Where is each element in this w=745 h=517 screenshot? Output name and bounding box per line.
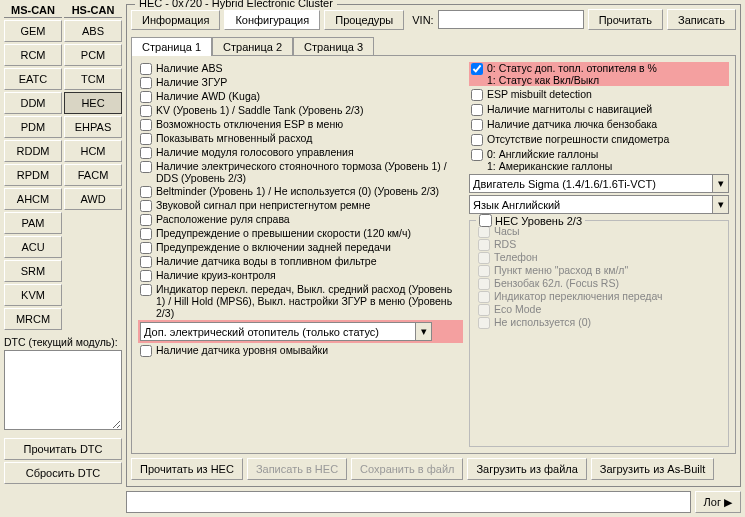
chevron-down-icon: ▾ (712, 175, 728, 192)
module-ahcm[interactable]: AHCM (4, 188, 62, 210)
grp-check-rds[interactable]: RDS (476, 238, 722, 251)
grp-check-eco[interactable]: Eco Mode (476, 303, 722, 316)
module-hec[interactable]: HEC (64, 92, 122, 114)
dtc-textarea[interactable] (4, 350, 122, 430)
tab-procedures[interactable]: Процедуры (324, 10, 404, 30)
check-belt-chime[interactable]: Звуковой сигнал при непристегнутом ремне (138, 199, 463, 212)
vin-input[interactable] (438, 10, 584, 29)
check-overspeed[interactable]: Предупреждение о превышении скорости (12… (138, 227, 463, 240)
subtab-page3[interactable]: Страница 3 (293, 37, 374, 56)
check-esp-misbuilt[interactable]: ESP misbuilt detection (469, 88, 729, 101)
module-abs[interactable]: ABS (64, 20, 122, 42)
module-ehpas[interactable]: EHPAS (64, 116, 122, 138)
check-cruise[interactable]: Наличие круиз-контроля (138, 269, 463, 282)
write-button[interactable]: Записать (667, 9, 736, 30)
module-kvm[interactable]: KVM (4, 284, 62, 306)
hs-can-column: HS-CAN ABS PCM TCM HEC EHPAS HCM FACM AW… (64, 4, 122, 330)
module-rpdm[interactable]: RPDM (4, 164, 62, 186)
check-kv-saddle[interactable]: KV (Уровень 1) / Saddle Tank (Уровень 2/… (138, 104, 463, 117)
check-reverse-warn[interactable]: Предупреждение о включении задней переда… (138, 241, 463, 254)
module-rddm[interactable]: RDDM (4, 140, 62, 162)
module-pam[interactable]: PAM (4, 212, 62, 234)
module-frame: HEC - 0x720 - Hybrid Electronic Cluster … (126, 4, 741, 487)
load-asbuilt-button[interactable]: Загрузить из As-Built (591, 458, 714, 480)
check-water-in-fuel[interactable]: Наличие датчика воды в топливном фильтре (138, 255, 463, 268)
module-pdm[interactable]: PDM (4, 116, 62, 138)
grp-check-kml[interactable]: Пункт меню "расход в км/л" (476, 264, 722, 277)
check-zgur[interactable]: Наличие ЗГУР (138, 76, 463, 89)
language-combo-value: Язык Английский (473, 199, 560, 211)
check-beltminder[interactable]: Beltminder (Уровень 1) / Не используется… (138, 185, 463, 198)
subtab-page1[interactable]: Страница 1 (131, 37, 212, 56)
module-pcm[interactable]: PCM (64, 44, 122, 66)
check-esp-off[interactable]: Возможность отключения ESP в меню (138, 118, 463, 131)
chevron-down-icon: ▾ (712, 196, 728, 213)
check-instant-cons[interactable]: Показывать мгновенный расход (138, 132, 463, 145)
aux-heater-combo-value: Доп. электрический отопитель (только ста… (144, 326, 379, 338)
ms-can-column: MS-CAN GEM RCM EATC DDM PDM RDDM RPDM AH… (4, 4, 62, 330)
group-title: HEC Уровень 2/3 (495, 215, 582, 227)
check-speedo-accuracy[interactable]: Отсутствие погрешности спидометра (469, 133, 729, 146)
subtab-page2[interactable]: Страница 2 (212, 37, 293, 56)
grp-check-unused[interactable]: Не используется (0) (476, 316, 722, 329)
module-tcm[interactable]: TCM (64, 68, 122, 90)
module-eatc[interactable]: EATC (4, 68, 62, 90)
dtc-label: DTC (текущий модуль): (4, 336, 122, 348)
check-gallon-type[interactable]: 0: Английские галлоны 1: Американские га… (469, 148, 729, 172)
tab-config[interactable]: Конфигурация (224, 10, 320, 30)
log-button[interactable]: Лог ▶ (695, 491, 741, 513)
write-to-hec-button[interactable]: Записать в HEC (247, 458, 347, 480)
hs-can-header: HS-CAN (64, 4, 122, 18)
check-washer-level[interactable]: Наличие датчика уровня омывайки (138, 344, 463, 357)
check-rhd[interactable]: Расположение руля справа (138, 213, 463, 226)
check-fuel-flap[interactable]: Наличие датчика лючка бензобака (469, 118, 729, 131)
save-file-button[interactable]: Сохранить в файл (351, 458, 463, 480)
aux-heater-combo[interactable]: Доп. электрический отопитель (только ста… (140, 322, 432, 341)
module-mrcm[interactable]: MRCM (4, 308, 62, 330)
module-ddm[interactable]: DDM (4, 92, 62, 114)
load-file-button[interactable]: Загрузить из файла (467, 458, 586, 480)
check-awd-kuga[interactable]: Наличие AWD (Kuga) (138, 90, 463, 103)
language-combo[interactable]: Язык Английский ▾ (469, 195, 729, 214)
grp-check-tank62[interactable]: Бензобак 62л. (Focus RS) (476, 277, 722, 290)
vin-label: VIN: (412, 14, 433, 26)
read-from-hec-button[interactable]: Прочитать из HEC (131, 458, 243, 480)
engine-combo[interactable]: Двигатель Sigma (1.4/1.6/1.6Ti-VCT) ▾ (469, 174, 729, 193)
module-facm[interactable]: FACM (64, 164, 122, 186)
clear-dtc-button[interactable]: Сбросить DTC (4, 462, 122, 484)
module-rcm[interactable]: RCM (4, 44, 62, 66)
engine-combo-value: Двигатель Sigma (1.4/1.6/1.6Ti-VCT) (473, 178, 656, 190)
check-gear-indicator[interactable]: Индикатор перекл. передач, Выкл. средний… (138, 283, 463, 319)
grp-check-gear-ind[interactable]: Индикатор переключения передач (476, 290, 722, 303)
check-heater-status-mode[interactable]: 0: Статус доп. топл. отопителя в % 1: Ст… (469, 62, 729, 86)
left-check-column: Наличие ABS Наличие ЗГУР Наличие AWD (Ku… (138, 62, 463, 447)
read-button[interactable]: Прочитать (588, 9, 663, 30)
tab-info[interactable]: Информация (131, 10, 220, 30)
check-abs[interactable]: Наличие ABS (138, 62, 463, 75)
module-hcm[interactable]: HCM (64, 140, 122, 162)
hec-level-group: HEC Уровень 2/3 Часы RDS Телефон Пункт м… (469, 220, 729, 447)
read-dtc-button[interactable]: Прочитать DTC (4, 438, 122, 460)
grp-check-phone[interactable]: Телефон (476, 251, 722, 264)
log-area[interactable] (126, 491, 691, 513)
dtc-panel: DTC (текущий модуль): Прочитать DTC Сбро… (4, 336, 122, 484)
frame-title: HEC - 0x720 - Hybrid Electronic Cluster (135, 0, 337, 9)
group-enable-check[interactable] (479, 214, 492, 227)
module-srm[interactable]: SRM (4, 260, 62, 282)
module-acu[interactable]: ACU (4, 236, 62, 258)
module-awd[interactable]: AWD (64, 188, 122, 210)
check-voice-module[interactable]: Наличие модуля голосового управления (138, 146, 463, 159)
right-column: 0: Статус доп. топл. отопителя в % 1: Ст… (469, 62, 729, 447)
ms-can-header: MS-CAN (4, 4, 62, 18)
check-nav-radio[interactable]: Наличие магнитолы с навигацией (469, 103, 729, 116)
check-epb-dds[interactable]: Наличие электрического стояночного тормо… (138, 160, 463, 184)
module-gem[interactable]: GEM (4, 20, 62, 42)
chevron-down-icon: ▾ (415, 323, 431, 340)
